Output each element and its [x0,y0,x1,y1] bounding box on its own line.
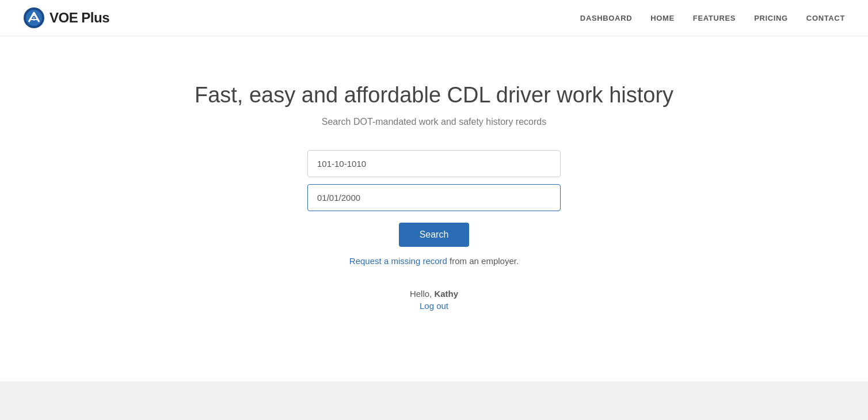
logo: VOE Plus [23,7,109,29]
hero-title: Fast, easy and affordable CDL driver wor… [195,82,673,109]
search-button[interactable]: Search [399,223,470,247]
user-greeting: Hello, Kathy Log out [410,289,458,311]
nav-item-dashboard[interactable]: DASHBOARD [580,14,632,22]
nav-item-home[interactable]: HOME [650,14,675,22]
main-nav: DASHBOARD HOME FEATURES PRICING CONTACT [580,14,845,22]
nav-item-pricing[interactable]: PRICING [754,14,788,22]
missing-record-suffix: from an employer. [447,256,519,266]
missing-record-text: Request a missing record from an employe… [349,256,519,266]
nav-item-features[interactable]: FEATURES [693,14,736,22]
missing-record-link[interactable]: Request a missing record [349,256,447,266]
nav-item-contact[interactable]: CONTACT [806,14,845,22]
logo-text: VOE Plus [50,10,109,26]
dob-input[interactable] [307,184,561,211]
hero-subtitle: Search DOT-mandated work and safety hist… [322,117,546,127]
footer [0,381,868,420]
logout-link[interactable]: Log out [410,301,458,311]
user-name: Kathy [434,289,458,299]
logo-icon [23,7,45,29]
main-content: Fast, easy and affordable CDL driver wor… [0,36,868,381]
header: VOE Plus DASHBOARD HOME FEATURES PRICING… [0,0,868,36]
search-form: Search [307,150,561,247]
ssn-input[interactable] [307,150,561,177]
greeting-text: Hello, [410,289,435,299]
